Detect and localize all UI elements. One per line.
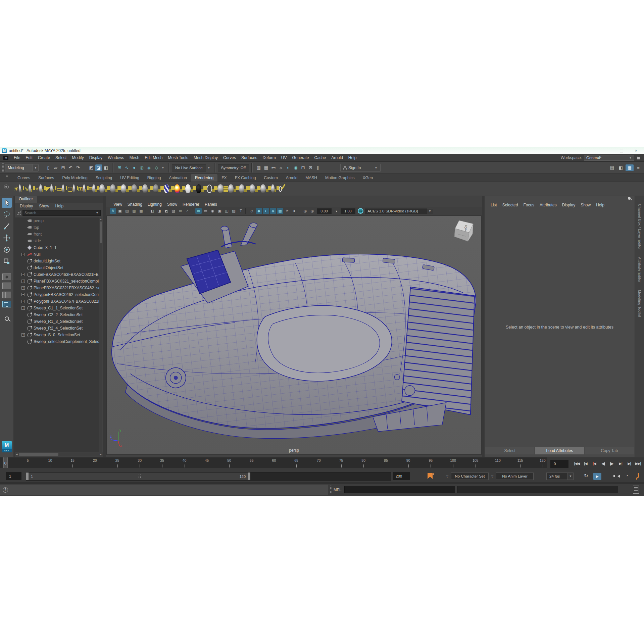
play-backwards-button[interactable]: ◀ <box>599 457 607 470</box>
checker-mode-icon[interactable]: ▩ <box>277 208 283 214</box>
shelf-tab[interactable]: MASH <box>301 174 321 182</box>
directional-light-icon[interactable] <box>24 183 35 195</box>
lookdev-view-icon[interactable]: ◉ <box>292 164 299 171</box>
no-gate-icon[interactable]: ▣ <box>117 208 123 214</box>
menubar-item[interactable]: Surfaces <box>239 154 260 161</box>
frame-all-icon[interactable]: ▣ <box>216 208 223 214</box>
camera-view-icon[interactable]: ◉ <box>209 208 216 214</box>
animation-preferences-icon[interactable] <box>636 473 640 479</box>
close-button[interactable]: × <box>635 148 637 153</box>
go-to-start-button[interactable]: |◀◀ <box>573 457 581 470</box>
go-to-end-button[interactable]: ▶▶| <box>634 457 642 470</box>
resolution-gate-icon[interactable]: ▥ <box>131 208 137 214</box>
maya-home-icon[interactable]: M <box>3 156 8 160</box>
outliner-menu-item[interactable]: Help <box>53 202 66 210</box>
range-end-handle[interactable] <box>248 473 250 480</box>
scroll-up-icon[interactable]: ▲ <box>99 217 102 221</box>
ramp-shader-icon[interactable] <box>175 183 185 195</box>
attribute-editor-menu-item[interactable]: List <box>488 201 500 208</box>
render-setup-icon[interactable]: ⊡ <box>300 164 306 171</box>
shelf-menu-icon[interactable]: ≡ <box>3 175 11 178</box>
new-scene-icon[interactable]: ▯ <box>45 164 52 171</box>
viewport-menu-item[interactable]: Renderer <box>180 201 202 207</box>
shelf-tab[interactable]: UV Editing <box>116 174 143 182</box>
outliner-panel-tab[interactable]: Outliner <box>15 196 37 203</box>
outliner-item[interactable]: Sweep_selectionComplement_SelectionSet <box>15 338 99 345</box>
outliner-item[interactable]: PolygonFBXASC0467FBXASC0321FBXASC <box>15 298 99 305</box>
outliner-item[interactable]: PlaneFBXASC0321FBXASC0462_selection <box>15 285 99 291</box>
add-bookmark-icon[interactable]: + <box>432 472 434 476</box>
phong-e-material-icon[interactable] <box>142 183 153 195</box>
outliner-item[interactable]: Sweep_R1_3_SelectionSet <box>15 318 99 325</box>
workspace-selector[interactable]: General* ▼ <box>584 155 634 161</box>
attribute-editor-menu-item[interactable]: Attributes <box>537 201 559 208</box>
outliner-item[interactable]: PlaneFBXASC0321_selectionComplement <box>15 278 99 285</box>
ipr-render-icon[interactable]: IPR <box>270 164 277 171</box>
audio-icon[interactable] <box>617 475 620 478</box>
color-space-selector[interactable]: ACES 1.0 SDR-video (sRGB) ▼ <box>365 208 433 214</box>
titlebar[interactable]: M untitled* - Autodesk MAYA 2025: untitl… <box>0 147 644 154</box>
hypershade-clear-icon[interactable] <box>239 183 250 195</box>
menubar-item[interactable]: Arnold <box>329 154 346 161</box>
outliner-item[interactable]: front <box>15 231 99 238</box>
menubar-item[interactable]: Mesh Display <box>191 154 220 161</box>
expand-icon[interactable] <box>21 253 25 256</box>
character-set-selector[interactable]: No Character Set <box>451 473 489 480</box>
menubar-item[interactable]: Generate <box>289 154 311 161</box>
animation-start-field[interactable]: 1 <box>6 472 21 480</box>
symmetry-field[interactable]: Symmetry: Off <box>218 164 249 171</box>
filter-icon[interactable] <box>17 211 21 215</box>
pan-zoom-icon[interactable]: ⊕ <box>177 208 184 214</box>
loop-playback-icon[interactable]: ↻ <box>584 473 588 479</box>
pin-icon[interactable] <box>628 197 631 200</box>
outliner-item[interactable]: CubeFBXASC0463FBXASC0321FBXASC0462 <box>15 271 99 278</box>
exposure-field[interactable]: 0.00 <box>317 208 332 214</box>
playback-speed-icon[interactable]: ◔ <box>626 473 628 478</box>
expand-icon[interactable] <box>21 286 25 290</box>
grease-pencil-icon[interactable]: ∕ <box>184 208 191 214</box>
image-plane-icon[interactable]: ▨ <box>170 208 177 214</box>
shelf-tab[interactable]: XGen <box>358 174 377 182</box>
open-scene-icon[interactable]: ▱ <box>52 164 59 171</box>
menu-set-selector[interactable]: Modeling ▼ <box>5 164 39 171</box>
script-editor-icon[interactable] <box>633 486 639 494</box>
view-cube[interactable]: TOP <box>452 218 477 245</box>
play-forward-button[interactable]: ▶ <box>607 457 616 470</box>
menubar-item[interactable]: Display <box>87 154 105 161</box>
tab-modeling-toolkit[interactable]: Modeling Toolkit <box>638 290 642 317</box>
light-editor-shelf-icon[interactable] <box>89 183 99 195</box>
shelf-tab[interactable]: Sculpting <box>92 174 116 182</box>
select-component-icon[interactable]: ◧ <box>103 164 109 171</box>
hypershade-rearrange-icon[interactable] <box>250 183 260 195</box>
attribute-editor-button[interactable]: Copy Tab <box>585 447 634 454</box>
black-hole-icon[interactable] <box>196 183 207 195</box>
shelf-tab[interactable]: Rendering <box>191 174 217 182</box>
step-forward-button[interactable]: ▶| <box>625 457 634 470</box>
make-live-icon[interactable]: ◇ <box>153 164 160 171</box>
scale-tool-button[interactable] <box>2 256 12 266</box>
snap-projected-center-icon[interactable]: ◎ <box>138 164 145 171</box>
modeling-toolkit-icon[interactable]: ▤ <box>608 164 616 171</box>
menubar-item[interactable]: Select <box>53 154 69 161</box>
chevron-icon[interactable]: ▽ <box>446 475 448 478</box>
standard-surface-icon[interactable] <box>99 183 110 195</box>
outliner-item[interactable]: defaultObjectSet <box>15 264 99 271</box>
phong-material-icon[interactable] <box>132 183 142 195</box>
film-strip-icon[interactable]: ▭ <box>202 208 209 214</box>
search-icon[interactable] <box>5 316 9 321</box>
outliner-item[interactable]: Cube_3_1_1 <box>15 244 99 251</box>
range-drag-grip[interactable] <box>138 474 141 479</box>
gate-mask-icon[interactable]: ▦ <box>138 208 144 214</box>
menubar-item[interactable]: File <box>11 154 23 161</box>
chevron-down-icon[interactable]: ▼ <box>207 166 210 169</box>
time-editor-mute-icon[interactable]: ▶ <box>593 473 601 480</box>
menubar-item[interactable]: UV <box>279 154 290 161</box>
gamma-icon[interactable]: ◑ <box>333 208 339 214</box>
outliner-item[interactable]: Sweep_C1_1_SelectionSet <box>15 305 99 311</box>
attribute-editor-button[interactable]: Load Attributes <box>535 447 584 454</box>
light-editor-icon[interactable]: ◐ <box>285 164 292 171</box>
outliner-item[interactable]: Sweep_S_0_SelectionSet <box>15 332 99 338</box>
uv-texture-editor-icon[interactable] <box>217 183 228 195</box>
attribute-editor-button[interactable]: Select <box>485 447 534 454</box>
viewport-menu-item[interactable]: Lighting <box>145 201 164 207</box>
